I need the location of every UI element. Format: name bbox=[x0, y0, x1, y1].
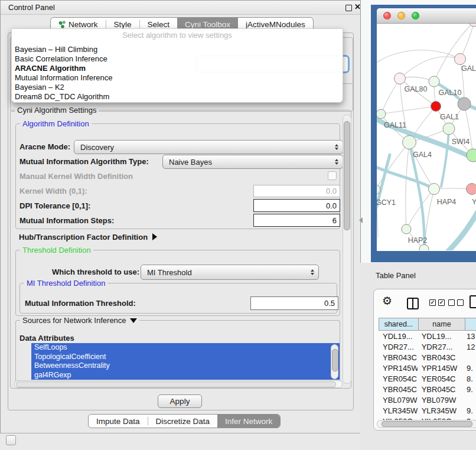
table-cell[interactable]: YER054C bbox=[418, 374, 462, 383]
attribute-list-item[interactable]: TopologicalCoefficient bbox=[31, 353, 340, 362]
attribute-list-item[interactable]: gal4RGexp bbox=[31, 371, 340, 380]
table-cell[interactable]: YBL079W bbox=[379, 396, 418, 405]
network-node-HAP2[interactable] bbox=[402, 224, 411, 234]
table-cell[interactable]: YBR043C bbox=[379, 353, 418, 362]
table-cell[interactable]: YBR043C bbox=[418, 353, 462, 362]
network-node-salmon-node[interactable] bbox=[467, 184, 476, 195]
control-panel-titlebar[interactable]: Control Panel ✕ bbox=[1, 1, 360, 15]
mac-minimize-button[interactable] bbox=[397, 12, 405, 19]
table-row[interactable]: YLR345WYLR345W9. bbox=[379, 405, 476, 416]
network-node-bright-green[interactable] bbox=[467, 149, 476, 162]
algorithm-option-0[interactable]: Bayesian – Hill Climbing bbox=[12, 45, 343, 54]
table-cell[interactable]: YLR345W bbox=[418, 406, 462, 415]
algorithm-option-2[interactable]: ARACNE Algorithm bbox=[12, 64, 343, 73]
network-canvas[interactable]: GALGAL80GAL10GAL1GAL11SWI4GAL4GCY1HAP4YH… bbox=[377, 24, 476, 250]
table-cell[interactable]: 13 bbox=[462, 332, 476, 341]
scrollbar-thumb[interactable] bbox=[16, 381, 336, 387]
tab-discretize-data[interactable]: Discretize Data bbox=[148, 415, 218, 428]
algorithm-option-4[interactable]: Bayesian – K2 bbox=[12, 83, 343, 92]
kernel-width-field[interactable]: 0.0 bbox=[253, 185, 340, 197]
hub-factor-expander[interactable]: Hub/Transcription Factor Definition bbox=[19, 233, 157, 242]
table-cell[interactable]: YPR145W bbox=[379, 364, 418, 373]
table-cell[interactable]: YBR045C bbox=[379, 385, 418, 394]
sources-collapser[interactable]: Sources for Network Inference bbox=[20, 316, 139, 325]
network-node-selected-red[interactable] bbox=[431, 102, 441, 112]
table-cell[interactable]: YPR145W bbox=[418, 364, 462, 373]
attribute-list-item[interactable]: BetweennessCentrality bbox=[31, 361, 340, 371]
list-vertical-scrollbar[interactable] bbox=[331, 344, 338, 379]
panel-splitter-handle[interactable] bbox=[359, 217, 363, 223]
settings-vertical-scrollbar[interactable] bbox=[343, 115, 351, 384]
column-header-shared...[interactable]: shared... bbox=[379, 318, 419, 331]
table-cell[interactable]: YBL079W bbox=[418, 396, 462, 405]
collapsed-panel-icon[interactable] bbox=[6, 435, 16, 445]
which-threshold-label: Which threshold to use: bbox=[52, 268, 139, 276]
network-node-GAL-partial[interactable] bbox=[455, 54, 466, 65]
table-cell[interactable]: YDR27... bbox=[379, 343, 418, 351]
table-row[interactable]: YPR145WYPR145W9. bbox=[379, 363, 476, 373]
table-cell[interactable]: 12 bbox=[462, 343, 476, 351]
settings-horizontal-scrollbar[interactable] bbox=[14, 380, 343, 388]
mi-steps-field[interactable]: 6 bbox=[253, 214, 340, 227]
tab-impute-data[interactable]: Impute Data bbox=[89, 415, 148, 428]
document-icon[interactable] bbox=[470, 295, 476, 308]
table-cell[interactable]: YBR045C bbox=[418, 385, 462, 394]
table-row[interactable]: YBL079WYBL079W bbox=[379, 394, 476, 405]
network-node-GAL11[interactable] bbox=[377, 109, 386, 119]
table-row[interactable]: YBR045CYBR045C9. bbox=[379, 384, 476, 394]
which-threshold-combobox[interactable]: MI Threshold bbox=[141, 265, 319, 280]
algorithm-option-5[interactable]: Dream8 DC_TDC Algorithm bbox=[12, 92, 343, 102]
data-attributes-list[interactable]: SelfLoopsTopologicalCoefficientBetweenne… bbox=[31, 343, 340, 380]
network-node-HAP4[interactable] bbox=[429, 184, 440, 195]
mac-close-button[interactable] bbox=[383, 12, 391, 19]
mi-threshold-field[interactable]: 0.5 bbox=[250, 296, 338, 310]
gear-icon[interactable]: ⚙ bbox=[382, 294, 392, 308]
float-window-icon[interactable] bbox=[345, 5, 352, 11]
network-node-GAL10[interactable] bbox=[429, 76, 439, 87]
table-cell[interactable]: YDL19... bbox=[379, 332, 418, 341]
network-node-GAL1[interactable] bbox=[443, 123, 455, 135]
table-cell[interactable]: YDR27... bbox=[418, 343, 462, 351]
mi-type-combobox[interactable]: Naive Bayes bbox=[162, 155, 343, 169]
algorithm-definition-group: Algorithm Definition Aracne Mode: Discov… bbox=[15, 123, 340, 229]
apply-button[interactable]: Apply bbox=[158, 394, 202, 408]
table-panel-section: Table Panel ⚙ ✓✓ shared...name YDL19...Y… bbox=[360, 263, 476, 450]
table-row[interactable]: YER054CYER054C8. bbox=[379, 373, 476, 384]
table-cell[interactable]: YER054C bbox=[379, 374, 418, 383]
table-row[interactable]: YDL19...YDL19...13 bbox=[379, 331, 476, 341]
checked-boxes-icon[interactable]: ✓✓ bbox=[429, 299, 445, 306]
node-label: GAL bbox=[461, 64, 476, 73]
table-cell[interactable]: 9. bbox=[462, 385, 476, 394]
network-node-gray-node[interactable] bbox=[458, 97, 471, 110]
table-cell[interactable]: 8. bbox=[462, 374, 476, 383]
column-header-name[interactable]: name bbox=[419, 318, 465, 331]
tab-infer-network[interactable]: Infer Network bbox=[217, 415, 280, 428]
close-icon[interactable]: ✕ bbox=[354, 2, 361, 11]
column-header-partial[interactable] bbox=[465, 318, 476, 331]
mac-zoom-button[interactable] bbox=[412, 12, 419, 19]
scrollbar-thumb[interactable] bbox=[332, 349, 338, 371]
table-cell[interactable]: 9. bbox=[462, 364, 476, 373]
network-node-GAL4[interactable] bbox=[403, 136, 416, 149]
table-cell[interactable]: YLR345W bbox=[379, 406, 418, 415]
column-split-icon[interactable] bbox=[407, 298, 419, 309]
dpi-tolerance-field[interactable]: 0.0 bbox=[253, 199, 340, 212]
algorithm-option-3[interactable]: Mutual Information Inference bbox=[12, 73, 343, 83]
aracne-mode-combobox[interactable]: Discovery bbox=[74, 140, 343, 154]
unchecked-boxes-icon[interactable] bbox=[448, 299, 464, 306]
table-row[interactable]: YBR043CYBR043C bbox=[379, 352, 476, 363]
control-panel-window: Control Panel ✕ Network Style Select Cyn… bbox=[0, 0, 361, 433]
network-node-GAL80[interactable] bbox=[395, 73, 406, 84]
manual-kernel-checkbox[interactable] bbox=[328, 171, 337, 180]
scrollbar-thumb[interactable] bbox=[344, 121, 350, 230]
table-cell[interactable]: 9. bbox=[462, 406, 476, 415]
network-edge bbox=[377, 50, 460, 65]
table-horizontal-scrollbar[interactable] bbox=[377, 420, 476, 428]
scrollbar-thumb[interactable] bbox=[382, 421, 472, 427]
table-row[interactable]: YDR27...YDR27...12 bbox=[379, 341, 476, 352]
collapser-arrow-icon bbox=[130, 318, 137, 323]
algorithm-option-1[interactable]: Basic Correlation Inference bbox=[12, 54, 343, 64]
network-window-titlebar[interactable] bbox=[377, 8, 476, 24]
table-cell[interactable]: YDL19... bbox=[418, 332, 462, 341]
attribute-list-item[interactable]: SelfLoops bbox=[31, 343, 340, 353]
